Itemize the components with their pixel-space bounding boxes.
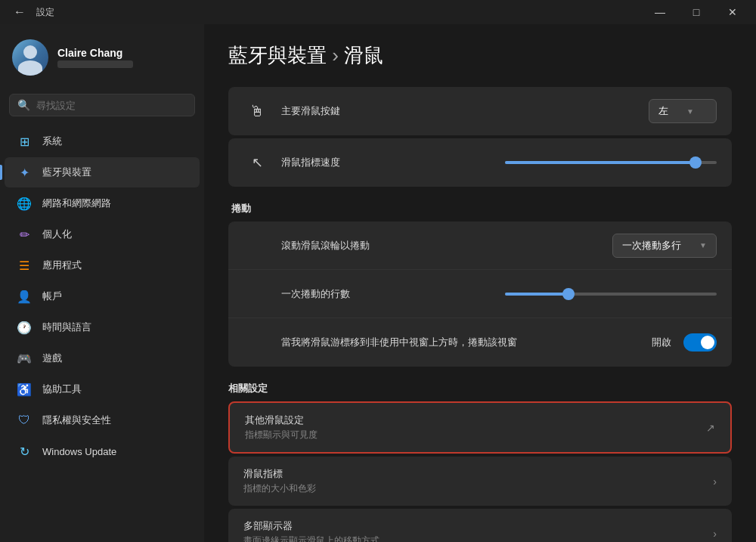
time-icon: 🕐 [17,320,32,335]
privacy-icon: 🛡 [17,413,32,428]
primary-mouse-button-dropdown[interactable]: 左 ▼ [649,99,717,123]
sidebar-item-privacy[interactable]: 🛡隱私權與安全性 [5,405,200,435]
sidebar-item-label-update: Windows Update [42,446,116,457]
search-box[interactable]: 🔍 [9,94,195,116]
inactive-scroll-control: 開啟 [652,333,717,352]
slider-track [505,161,717,164]
sidebar-item-label-account: 帳戶 [42,290,62,303]
other-mouse-settings-row[interactable]: 其他滑鼠設定 指標顯示與可見度 ↗ [228,401,732,454]
sidebar-item-label-system: 系統 [42,135,62,148]
chevron-right-icon: › [713,475,717,488]
scroll-lines-row: 一次捲動的行數 [228,270,732,318]
scroll-wheel-control[interactable]: 一次捲動多行 ▼ [612,234,717,258]
inactive-scroll-label: 當我將滑鼠游標移到非使用中視窗上方時，捲動該視窗 [243,336,652,349]
primary-mouse-button-control[interactable]: 左 ▼ [649,99,717,123]
scrolling-card: 滾動滑鼠滾輪以捲動 一次捲動多行 ▼ 一次捲動的行數 [228,221,732,367]
dropdown-arrow2-icon: ▼ [699,241,707,249]
other-mouse-text: 其他滑鼠設定 指標顯示與可見度 [245,413,706,441]
sidebar-item-time[interactable]: 🕐時間與語言 [5,312,200,342]
scroll-lines-thumb[interactable] [562,288,575,300]
multi-display-row[interactable]: 多部顯示器 畫面邊緣示顯示滑鼠上的移動方式 › [228,509,732,542]
cursor-subtitle: 指標的大小和色彩 [243,482,713,495]
sidebar-item-update[interactable]: ↻Windows Update [5,436,200,466]
sidebar-item-apps[interactable]: ☰應用程式 [5,250,200,280]
search-input[interactable] [36,100,187,111]
sidebar: Claire Chang 🔍 ⊞系統✦藍牙與裝置🌐網路和網際網路✏個人化☰應用程… [0,24,204,542]
apps-icon: ☰ [17,258,32,273]
scroll-lines-control [505,293,717,296]
scroll-lines-slider[interactable] [505,293,717,296]
slider-thumb[interactable] [689,156,702,169]
sidebar-item-label-time: 時間與語言 [42,321,91,334]
cursor-speed-card: ↖ 滑鼠指標速度 [228,138,732,187]
sidebar-item-bluetooth[interactable]: ✦藍牙與裝置 [5,157,200,187]
title-bar-left: ← 設定 [9,2,54,23]
user-name: Claire Chang [57,47,133,59]
bluetooth-icon: ✦ [17,165,32,180]
cursor-speed-slider[interactable] [505,161,717,164]
cursor-speed-label: 滑鼠指標速度 [281,156,505,169]
scroll-lines-label: 一次捲動的行數 [243,287,505,301]
nav-list: ⊞系統✦藍牙與裝置🌐網路和網際網路✏個人化☰應用程式👤帳戶🕐時間與語言🎮遊戲♿協… [0,125,204,467]
update-icon: ↻ [17,444,32,459]
cursor-title: 滑鼠指標 [243,467,713,481]
user-profile[interactable]: Claire Chang [0,30,204,91]
primary-mouse-button-label: 主要滑鼠按鍵 [281,104,649,118]
app-container: Claire Chang 🔍 ⊞系統✦藍牙與裝置🌐網路和網際網路✏個人化☰應用程… [0,24,756,542]
user-email [57,60,133,68]
back-button[interactable]: ← [9,2,30,23]
sidebar-item-label-apps: 應用程式 [42,259,82,272]
sidebar-item-gaming[interactable]: 🎮遊戲 [5,343,200,373]
avatar [12,39,48,76]
related-header: 相關設定 [228,382,732,395]
external-link-icon: ↗ [706,422,715,434]
dropdown-arrow-icon: ▼ [686,107,694,116]
multi-display-text: 多部顯示器 畫面邊緣示顯示滑鼠上的移動方式 [243,519,713,542]
search-container: 🔍 [0,91,204,125]
inactive-scroll-row: 當我將滑鼠游標移到非使用中視窗上方時，捲動該視窗 開啟 [228,318,732,367]
sidebar-item-label-personal: 個人化 [42,228,72,241]
scroll-lines-track [505,293,717,296]
other-mouse-title: 其他滑鼠設定 [245,413,706,427]
maximize-button[interactable]: □ [679,0,714,24]
app-title: 設定 [36,6,54,19]
gaming-icon: 🎮 [17,351,32,366]
scroll-wheel-row: 滾動滑鼠滾輪以捲動 一次捲動多行 ▼ [228,221,732,270]
cursor-icon: ↖ [243,149,271,176]
sidebar-item-label-gaming: 遊戲 [42,352,62,365]
system-icon: ⊞ [17,134,32,149]
chevron-right2-icon: › [713,528,717,540]
mouse-icon: 🖱 [243,98,271,125]
personal-icon: ✏ [17,227,32,242]
sidebar-item-label-bluetooth: 藍牙與裝置 [42,166,91,179]
sidebar-item-label-accessibility: 協助工具 [42,382,82,396]
main-content: 藍牙與裝置 › 滑鼠 🖱 主要滑鼠按鍵 左 ▼ ↖ 滑鼠指標速度 [204,24,756,542]
sidebar-item-system[interactable]: ⊞系統 [5,126,200,156]
sidebar-item-accessibility[interactable]: ♿協助工具 [5,374,200,404]
accessibility-icon: ♿ [17,382,32,397]
sidebar-item-network[interactable]: 🌐網路和網際網路 [5,188,200,218]
toggle-label: 開啟 [652,336,671,349]
minimize-button[interactable]: — [643,0,677,24]
search-icon: 🔍 [17,99,30,111]
multi-display-subtitle: 畫面邊緣示顯示滑鼠上的移動方式 [243,534,713,542]
scroll-wheel-label: 滾動滑鼠滾輪以捲動 [243,239,612,252]
inactive-scroll-toggle[interactable] [683,333,717,352]
multi-display-title: 多部顯示器 [243,519,713,533]
avatar-image [12,39,48,76]
sidebar-item-label-privacy: 隱私權與安全性 [42,413,111,427]
sidebar-item-account[interactable]: 👤帳戶 [5,281,200,311]
cursor-row[interactable]: 滑鼠指標 指標的大小和色彩 › [228,457,732,506]
sidebar-item-label-network: 網路和網際網路 [42,197,111,210]
cursor-text: 滑鼠指標 指標的大小和色彩 [243,467,713,495]
scroll-wheel-dropdown[interactable]: 一次捲動多行 ▼ [612,234,717,258]
scroll-lines-fill [505,293,569,296]
slider-fill [505,161,696,164]
scrolling-section-header: 捲動 [228,202,732,215]
other-mouse-subtitle: 指標顯示與可見度 [245,429,706,441]
title-bar: ← 設定 — □ ✕ [0,0,756,24]
close-button[interactable]: ✕ [715,0,750,24]
sidebar-item-personal[interactable]: ✏個人化 [5,219,200,249]
cursor-speed-row: ↖ 滑鼠指標速度 [228,138,732,187]
window-controls: — □ ✕ [643,0,750,24]
